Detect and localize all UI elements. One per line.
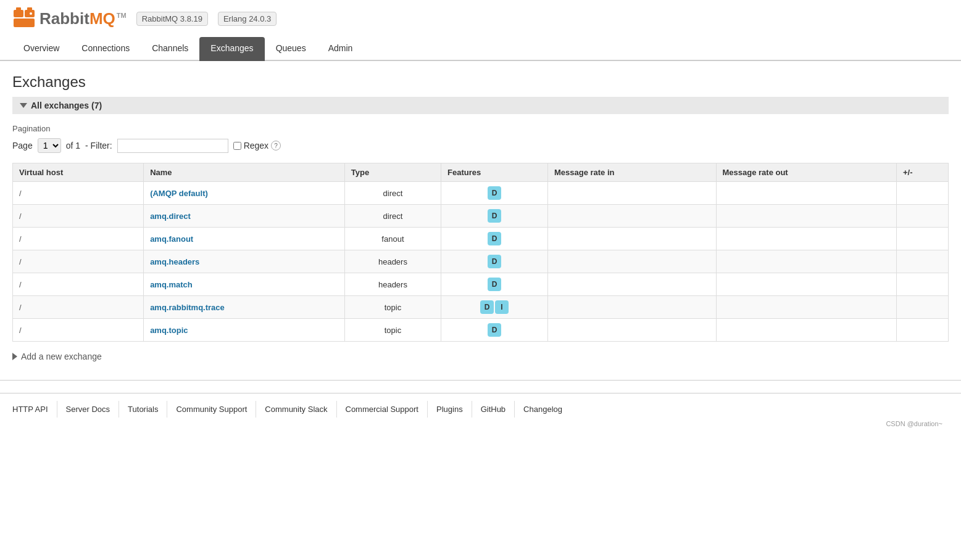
footer-credit: CSDN @duration~ [12,420,949,427]
cell-features: DI [441,296,548,319]
filter-input[interactable] [117,139,228,153]
table-row: /amq.topictopicD [13,319,949,342]
cell-rate-in [547,319,716,342]
cell-type: direct [344,182,441,205]
help-icon[interactable]: ? [271,141,281,150]
app-header: RabbitMQTM RabbitMQ 3.8.19 Erlang 24.0.3 [0,0,961,37]
main-content: Exchanges All exchanges (7) Pagination P… [0,61,961,380]
table-row: /amq.directdirectD [13,205,949,228]
cell-rate-in [547,205,716,228]
footer-link-community-slack[interactable]: Community Slack [256,401,336,418]
cell-plus-minus [896,296,948,319]
logo: RabbitMQTM [12,7,127,30]
cell-rate-out [716,296,896,319]
all-exchanges-section-header[interactable]: All exchanges (7) [12,97,949,114]
pagination-controls: Page 1 of 1 - Filter: Regex ? [12,138,949,153]
add-exchange-label: Add a new exchange [21,352,102,361]
exchange-name-link[interactable]: amq.match [150,280,193,289]
cell-features: D [441,205,548,228]
table-row: /(AMQP default)directD [13,182,949,205]
cell-features: D [441,228,548,250]
cell-vhost: / [13,319,144,342]
cell-rate-in [547,182,716,205]
cell-plus-minus [896,319,948,342]
expand-icon [12,353,17,360]
cell-type: topic [344,319,441,342]
footer-link-http-api[interactable]: HTTP API [12,401,57,418]
regex-container: Regex ? [233,141,281,150]
cell-rate-out [716,228,896,250]
page-label: Page [12,141,33,150]
nav-admin[interactable]: Admin [317,37,364,61]
exchange-name-link[interactable]: amq.topic [150,326,188,335]
footer-link-tutorials[interactable]: Tutorials [119,401,167,418]
exchange-name-link[interactable]: amq.direct [150,212,191,221]
add-exchange-section[interactable]: Add a new exchange [12,352,949,361]
regex-label: Regex [244,141,268,150]
cell-plus-minus [896,273,948,296]
cell-name[interactable]: amq.fanout [144,228,345,250]
cell-vhost: / [13,296,144,319]
svg-rect-4 [14,19,35,27]
exchange-name-link[interactable]: (AMQP default) [150,189,208,198]
cell-vhost: / [13,228,144,250]
feature-badge: D [488,323,501,337]
logo-text: RabbitMQTM [40,9,127,28]
cell-rate-in [547,228,716,250]
nav-connections[interactable]: Connections [70,37,141,61]
feature-badge: D [488,278,501,291]
feature-badge: D [488,186,501,200]
footer-link-server-docs[interactable]: Server Docs [57,401,120,418]
main-nav: Overview Connections Channels Exchanges … [0,37,961,61]
cell-type: headers [344,250,441,273]
cell-rate-out [716,273,896,296]
page-select[interactable]: 1 [38,138,61,153]
rabbitmq-version-badge: RabbitMQ 3.8.19 [136,12,208,26]
table-row: /amq.fanoutfanoutD [13,228,949,250]
cell-vhost: / [13,250,144,273]
regex-checkbox[interactable] [233,142,241,150]
cell-name[interactable]: amq.match [144,273,345,296]
footer-link-commercial-support[interactable]: Commercial Support [337,401,428,418]
nav-exchanges[interactable]: Exchanges [199,37,264,61]
exchanges-table: Virtual host Name Type Features Message … [12,163,949,342]
exchange-name-link[interactable]: amq.rabbitmq.trace [150,303,225,312]
footer: HTTP APIServer DocsTutorialsCommunity Su… [0,393,961,435]
cell-rate-out [716,205,896,228]
cell-vhost: / [13,182,144,205]
cell-rate-out [716,182,896,205]
th-plus-minus: +/- [896,163,948,182]
cell-type: topic [344,296,441,319]
footer-link-github[interactable]: GitHub [472,401,515,418]
svg-point-5 [30,12,32,15]
cell-name[interactable]: amq.rabbitmq.trace [144,296,345,319]
cell-plus-minus [896,250,948,273]
feature-badge: I [495,300,509,314]
cell-features: D [441,319,548,342]
nav-channels[interactable]: Channels [141,37,199,61]
exchange-name-link[interactable]: amq.fanout [150,234,193,244]
footer-link-plugins[interactable]: Plugins [428,401,472,418]
cell-features: D [441,273,548,296]
feature-badge: D [480,300,494,314]
pagination-section: Pagination Page 1 of 1 - Filter: Regex ? [12,124,949,153]
table-row: /amq.rabbitmq.tracetopicDI [13,296,949,319]
footer-link-community-support[interactable]: Community Support [167,401,256,418]
nav-overview[interactable]: Overview [12,37,70,61]
cell-name[interactable]: amq.direct [144,205,345,228]
cell-type: direct [344,205,441,228]
footer-links: HTTP APIServer DocsTutorialsCommunity Su… [12,401,949,418]
nav-queues[interactable]: Queues [265,37,317,61]
cell-name[interactable]: amq.topic [144,319,345,342]
footer-link-changelog[interactable]: Changelog [515,401,571,418]
cell-name[interactable]: amq.headers [144,250,345,273]
cell-rate-out [716,250,896,273]
erlang-version-badge: Erlang 24.0.3 [218,12,277,26]
feature-badge: D [488,232,501,245]
exchange-name-link[interactable]: amq.headers [150,257,199,266]
cell-name[interactable]: (AMQP default) [144,182,345,205]
cell-rate-in [547,273,716,296]
th-virtual-host: Virtual host [13,163,144,182]
table-row: /amq.headersheadersD [13,250,949,273]
footer-divider [0,380,961,381]
